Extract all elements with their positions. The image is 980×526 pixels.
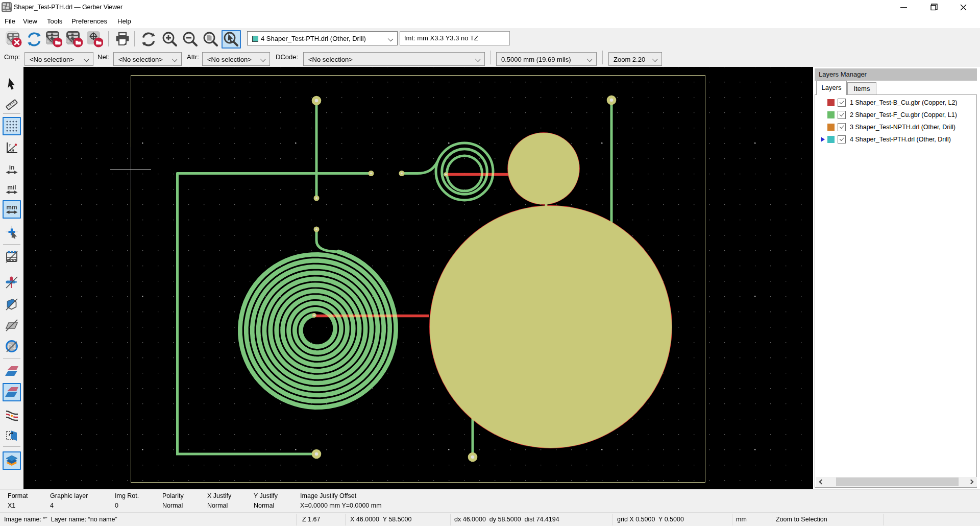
svg-text:in: in xyxy=(9,164,15,171)
svg-text:mm: mm xyxy=(6,204,17,211)
svg-text:r: r xyxy=(9,142,11,148)
svg-text:θ: θ xyxy=(12,148,14,153)
svg-text:mil: mil xyxy=(7,184,16,191)
